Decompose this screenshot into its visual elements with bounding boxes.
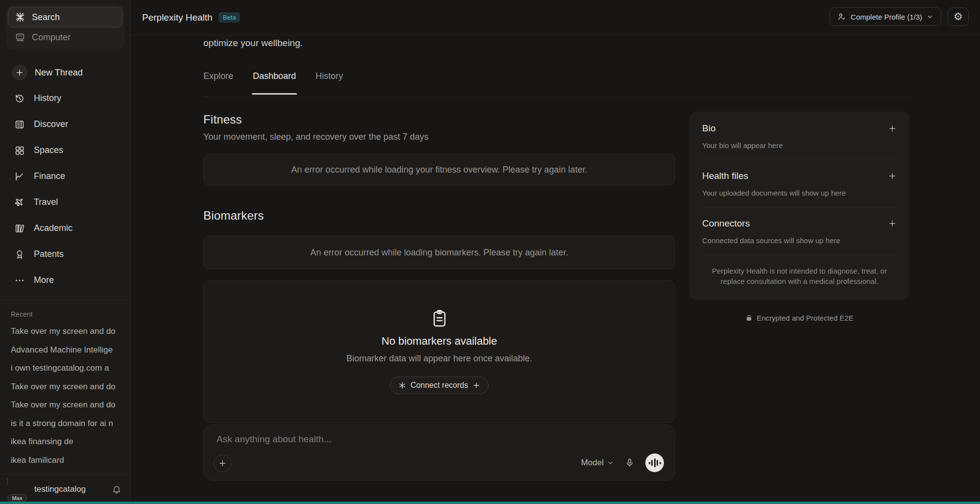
connectors-section: Connectors Connected data sources will s… — [702, 207, 897, 254]
page-header: Perplexity Health Beta Complete Profile … — [131, 0, 980, 35]
tab-explore[interactable]: Explore — [203, 71, 233, 95]
biomarkers-error-banner: An error occurred while loading biomarke… — [203, 236, 675, 269]
complete-profile-button[interactable]: Complete Profile (1/3) — [830, 7, 941, 26]
recent-thread-item[interactable]: is it a strong domain for ai n — [0, 414, 130, 433]
new-thread-label: New Thread — [35, 68, 83, 78]
microphone-icon[interactable] — [625, 458, 635, 468]
sidebar-computer-label: Computer — [32, 32, 71, 43]
connect-records-label: Connect records — [411, 381, 468, 390]
recent-thread-item[interactable]: Advanced Machine Intellige — [0, 341, 130, 359]
model-selector[interactable]: Model — [581, 458, 614, 468]
notifications-bell-icon[interactable] — [112, 484, 122, 494]
recent-thread-item[interactable]: Take over my screen and do — [0, 378, 130, 396]
avatar-badge: Max — [8, 494, 27, 502]
bio-subtitle: Your bio will appear here — [702, 141, 897, 150]
add-connector-button[interactable] — [888, 219, 897, 228]
sidebar-item-more[interactable]: More — [0, 267, 130, 293]
more-icon — [13, 275, 25, 286]
encryption-note: Encrypted and Protected E2E — [689, 314, 909, 322]
mode-switcher: Search Computer — [6, 5, 124, 49]
nav-label: History — [34, 93, 61, 103]
health-files-title: Health files — [702, 171, 748, 181]
ask-input[interactable] — [217, 434, 560, 445]
sidebar-item-spaces[interactable]: Spaces — [0, 137, 130, 163]
sidebar-divider — [0, 300, 130, 301]
academic-icon — [13, 223, 25, 234]
lock-icon — [745, 314, 753, 322]
plus-icon — [472, 381, 480, 389]
username: testingcatalog — [34, 484, 112, 494]
fitness-error-banner: An error occurred while loading your fit… — [203, 154, 675, 185]
attach-button[interactable] — [214, 454, 231, 472]
chevron-down-icon — [607, 459, 614, 466]
encryption-note-text: Encrypted and Protected E2E — [757, 314, 854, 322]
finance-icon — [13, 171, 25, 182]
spaces-icon — [13, 145, 25, 156]
fitness-error-text: An error occurred while loading your fit… — [291, 165, 587, 175]
bio-section: Bio Your bio will appear here — [702, 112, 897, 159]
screen-share-indicator-bar — [0, 502, 980, 504]
travel-icon — [13, 197, 25, 208]
nav-label: More — [34, 275, 54, 285]
bio-title: Bio — [702, 123, 715, 134]
page-title: Perplexity Health — [142, 12, 213, 23]
perplexity-asterisk-icon — [398, 381, 406, 389]
nav-label: Patents — [34, 249, 64, 259]
recent-thread-item[interactable]: Take over my screen and do — [0, 322, 130, 341]
tab-dashboard[interactable]: Dashboard — [253, 71, 296, 95]
perplexity-logo-icon — [15, 12, 25, 23]
nav-label: Finance — [34, 171, 65, 181]
recent-thread-item[interactable]: Take over my screen and do — [0, 396, 130, 414]
sidebar-item-history[interactable]: History — [0, 85, 130, 111]
health-files-subtitle: Your uploaded documents will show up her… — [702, 189, 897, 197]
intro-paragraph-tail: optimize your wellbeing. — [203, 38, 303, 49]
recent-thread-item[interactable]: i own testingcatalog.com a — [0, 359, 130, 378]
sidebar-item-search[interactable]: Search — [8, 7, 122, 27]
patents-icon — [13, 249, 25, 260]
add-bio-button[interactable] — [888, 124, 897, 133]
sidebar: Search Computer New Thread History — [0, 0, 131, 504]
recent-thread-item[interactable]: ikea familicard — [0, 451, 130, 470]
history-icon — [13, 93, 25, 104]
new-thread-button[interactable]: New Thread — [0, 60, 130, 85]
biomarkers-error-text: An error occurred while loading biomarke… — [310, 248, 568, 258]
tab-history[interactable]: History — [316, 71, 343, 95]
waveform-icon — [649, 462, 650, 464]
empty-state-subtitle: Biomarker data will appear here once ava… — [346, 353, 532, 364]
clipboard-icon — [430, 308, 449, 328]
sidebar-item-travel[interactable]: Travel — [0, 189, 130, 215]
voice-mode-button[interactable] — [645, 454, 664, 472]
sidebar-item-discover[interactable]: Discover — [0, 111, 130, 137]
model-selector-label: Model — [581, 458, 604, 468]
health-files-section: Health files Your uploaded documents wil… — [702, 160, 897, 207]
chevron-down-icon — [927, 13, 933, 20]
sidebar-item-finance[interactable]: Finance — [0, 163, 130, 189]
discover-icon — [13, 119, 25, 130]
fitness-section-subtitle: Your movement, sleep, and recovery over … — [203, 132, 429, 142]
connectors-title: Connectors — [702, 218, 750, 229]
add-health-file-button[interactable] — [888, 172, 897, 180]
settings-button[interactable]: ⚙ — [948, 7, 969, 26]
sidebar-item-patents[interactable]: Patents — [0, 241, 130, 267]
nav-label: Discover — [34, 119, 68, 129]
recent-section-label: Recent — [0, 310, 130, 318]
plus-icon — [12, 65, 27, 80]
fitness-section-title: Fitness — [203, 113, 242, 126]
complete-profile-label: Complete Profile (1/3) — [851, 13, 922, 21]
sidebar-item-academic[interactable]: Academic — [0, 215, 130, 241]
sidebar-item-computer[interactable]: Computer — [8, 27, 122, 47]
recent-thread-item[interactable]: ikea finansing de — [0, 432, 130, 451]
person-check-icon — [837, 12, 846, 21]
beta-badge: Beta — [219, 12, 241, 23]
avatar[interactable]: Max — [7, 478, 27, 501]
connect-records-button[interactable]: Connect records — [390, 377, 489, 394]
user-account-row[interactable]: Max testingcatalog — [0, 474, 130, 504]
main-content: optimize your wellbeing. Explore Dashboa… — [203, 35, 675, 504]
tab-bar: Explore Dashboard History — [203, 71, 343, 95]
profile-sidebar-card: Bio Your bio will appear here Health fil… — [689, 111, 909, 300]
sidebar-search-label: Search — [32, 12, 60, 23]
empty-state-title: No biomarkers available — [382, 335, 497, 348]
nav-label: Travel — [34, 197, 58, 207]
biomarkers-empty-state-card: No biomarkers available Biomarker data w… — [203, 280, 675, 423]
connectors-subtitle: Connected data sources will show up here — [702, 236, 897, 245]
